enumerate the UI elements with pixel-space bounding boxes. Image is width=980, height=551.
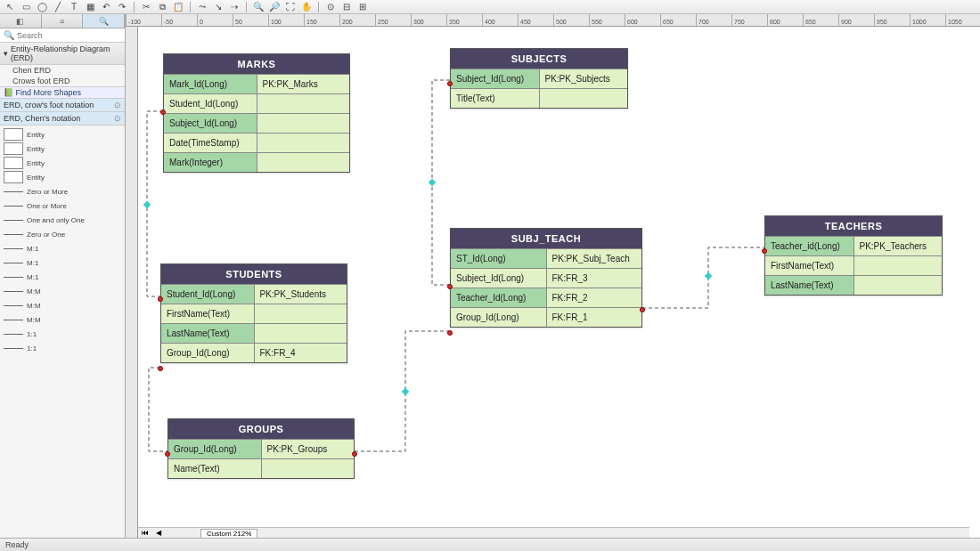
sidebar-tab-search[interactable]: 🔍: [83, 14, 125, 28]
entity-row[interactable]: Title(Text): [451, 88, 627, 108]
diagram-canvas[interactable]: MARKSMark_Id(Long)PK:PK_MarksStudent_Id(…: [138, 27, 980, 538]
attr-key: [255, 324, 347, 343]
shape-5[interactable]: One or More: [0, 199, 125, 213]
sheet-nav-prev[interactable]: ◀: [152, 529, 165, 537]
entity-row[interactable]: Teacher_Id(Long)FK:FR_2: [451, 288, 641, 307]
copy-tool[interactable]: ⧉: [156, 1, 168, 13]
shape-0[interactable]: Entity: [0, 127, 125, 142]
entity-row[interactable]: LastName(Text): [765, 275, 942, 295]
attr-key: [255, 304, 347, 323]
cut-tool[interactable]: ✂: [140, 1, 152, 13]
entity-header: SUBJECTS: [451, 49, 627, 69]
entity-row[interactable]: Subject_Id(Long)FK:FR_3: [451, 268, 641, 288]
shape-8[interactable]: M:1: [0, 241, 125, 255]
shape-4[interactable]: Zero or More: [0, 184, 125, 199]
redo-tool[interactable]: ↷: [116, 1, 128, 13]
port-right[interactable]: [352, 451, 357, 457]
shape-10[interactable]: M:1: [0, 270, 125, 284]
entity-row[interactable]: Mark(Integer): [164, 152, 349, 172]
shape-3[interactable]: Entity: [0, 170, 125, 184]
zoom-out-tool[interactable]: 🔎: [268, 1, 281, 13]
expand-tool[interactable]: ⊞: [356, 1, 369, 13]
entity-header: TEACHERS: [765, 216, 942, 236]
sidebar-tab-1[interactable]: ◧: [0, 14, 42, 28]
find-more-shapes[interactable]: 📗 Find More Shapes: [0, 86, 125, 99]
entity-groups[interactable]: GROUPSGroup_Id(Long)PK:PK_GroupsName(Tex…: [167, 418, 355, 479]
connector2-tool[interactable]: ↘: [212, 1, 225, 13]
category-0[interactable]: ERD, crow's foot notation⊙: [0, 99, 125, 112]
shape-6[interactable]: One and only One: [0, 213, 125, 227]
entity-row[interactable]: Group_Id(Long)FK:FR_4: [161, 343, 347, 362]
connector3-tool[interactable]: ⇢: [228, 1, 241, 13]
entity-row[interactable]: LastName(Text): [161, 323, 347, 343]
ruler-vertical: [126, 27, 138, 538]
fit-tool[interactable]: ⛶: [284, 1, 297, 13]
zoom-in-tool[interactable]: 🔍: [252, 1, 265, 13]
tree-item-1[interactable]: Crows foot ERD: [0, 76, 125, 86]
entity-teachers[interactable]: TEACHERSTeacher_id(Long)PK:PK_TeachersFi…: [764, 215, 943, 296]
shape-14[interactable]: 1:1: [0, 327, 125, 341]
tree-root[interactable]: ▾Entity-Relationship Diagram (ERD): [0, 43, 125, 65]
category-1[interactable]: ERD, Chen's notation⊙: [0, 112, 125, 126]
entity-row[interactable]: Group_Id(Long)FK:FR_1: [451, 307, 641, 327]
port-left[interactable]: [447, 284, 453, 289]
port-right[interactable]: [640, 307, 645, 312]
port-left[interactable]: [447, 330, 453, 336]
search-input[interactable]: [17, 31, 121, 40]
entity-row[interactable]: Subject_Id(Long): [164, 113, 349, 133]
entity-row[interactable]: Group_Id(Long)PK:PK_Groups: [168, 439, 354, 458]
entity-subj_teach[interactable]: SUBJ_TEACHST_Id(Long)PK:PK_Subj_TeachSub…: [450, 228, 642, 328]
entity-header: GROUPS: [168, 419, 354, 439]
entity-row[interactable]: Subject_Id(Long)PK:PK_Subjects: [451, 69, 627, 88]
attr-name: Group_Id(Long): [161, 344, 255, 362]
entity-students[interactable]: STUDENTSStudent_Id(Long)PK:PK_StudentsFi…: [160, 263, 347, 363]
entity-row[interactable]: Student_Id(Long): [164, 93, 349, 113]
port-left[interactable]: [447, 81, 453, 86]
port-left[interactable]: [160, 109, 166, 115]
zoom-reset-tool[interactable]: ⊙: [324, 1, 337, 13]
paste-tool[interactable]: 📋: [172, 1, 184, 13]
entity-row[interactable]: Student_Id(Long)PK:PK_Students: [161, 284, 347, 304]
attr-key: [257, 114, 350, 133]
entity-row[interactable]: FirstName(Text): [765, 255, 942, 275]
shape-13[interactable]: M:M: [0, 312, 125, 327]
line-tool[interactable]: ╱: [52, 1, 64, 13]
sidebar-tab-2[interactable]: ≡: [42, 14, 84, 28]
rect-tool[interactable]: ▭: [20, 1, 32, 13]
shape-15[interactable]: 1:1: [0, 341, 125, 355]
shape-7[interactable]: Zero or One: [0, 227, 125, 241]
shape-1[interactable]: Entity: [0, 142, 125, 156]
shape-tree: ▾Entity-Relationship Diagram (ERD) Chen …: [0, 43, 125, 357]
entity-row[interactable]: FirstName(Text): [161, 304, 347, 323]
attr-name: Subject_Id(Long): [164, 114, 257, 133]
attr-key: FK:FR_3: [547, 269, 642, 288]
entity-marks[interactable]: MARKSMark_Id(Long)PK:PK_MarksStudent_Id(…: [163, 53, 350, 173]
pan-tool[interactable]: ✋: [300, 1, 313, 13]
entity-row[interactable]: Mark_Id(Long)PK:PK_Marks: [164, 74, 349, 93]
port-left[interactable]: [158, 366, 163, 371]
collapse-tool[interactable]: ⊟: [340, 1, 353, 13]
entity-row[interactable]: Date(TimeStamp): [164, 133, 349, 152]
oval-tool[interactable]: ◯: [36, 1, 48, 13]
zoom-indicator[interactable]: Custom 212%: [200, 529, 257, 538]
connector-tool[interactable]: ⤳: [196, 1, 208, 13]
entity-row[interactable]: Name(Text): [168, 458, 354, 478]
pointer-tool[interactable]: ↖: [4, 1, 16, 13]
port-left[interactable]: [762, 248, 767, 254]
sheet-nav-first[interactable]: ⏮: [138, 529, 152, 537]
undo-tool[interactable]: ↶: [100, 1, 112, 13]
shape-11[interactable]: M:M: [0, 284, 125, 298]
port-left[interactable]: [158, 296, 163, 302]
attr-key: FK:FR_2: [547, 288, 642, 307]
shape-9[interactable]: M:1: [0, 255, 125, 270]
shape-2[interactable]: Entity: [0, 156, 125, 170]
entity-subjects[interactable]: SUBJECTSSubject_Id(Long)PK:PK_SubjectsTi…: [450, 48, 628, 109]
shape-12[interactable]: M:M: [0, 298, 125, 312]
tree-item-0[interactable]: Chen ERD: [0, 65, 125, 76]
entity-row[interactable]: ST_Id(Long)PK:PK_Subj_Teach: [451, 248, 641, 268]
port-left[interactable]: [165, 451, 170, 457]
table-tool[interactable]: ▦: [84, 1, 96, 13]
entity-row[interactable]: Teacher_id(Long)PK:PK_Teachers: [765, 236, 942, 255]
text-tool[interactable]: T: [68, 1, 80, 13]
attr-name: Title(Text): [451, 89, 540, 108]
